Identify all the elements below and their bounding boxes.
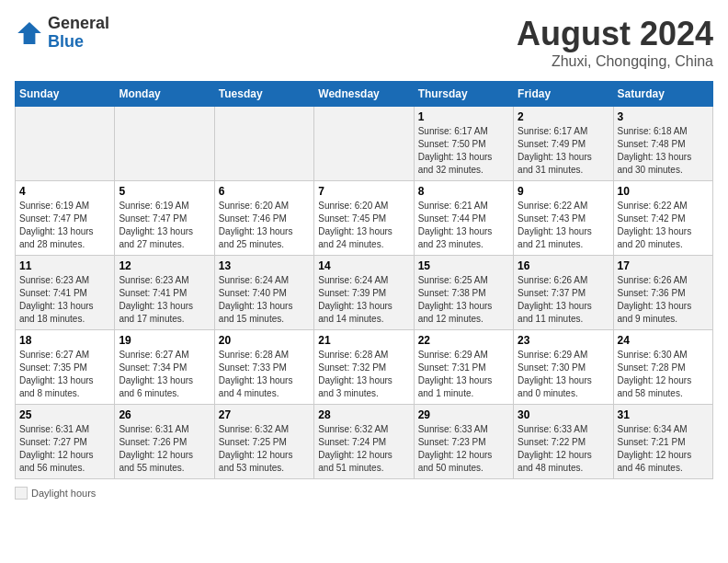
title-block: August 2024 Zhuxi, Chongqing, China — [517, 15, 713, 70]
day-number: 2 — [518, 110, 609, 123]
logo-blue: Blue — [48, 32, 84, 51]
day-number: 6 — [219, 185, 310, 198]
logo-text: General Blue — [48, 15, 109, 52]
daylight-label: Daylight hours — [31, 488, 96, 499]
day-number: 1 — [418, 110, 509, 123]
calendar-cell: 15Sunrise: 6:25 AM Sunset: 7:38 PM Dayli… — [414, 256, 513, 330]
day-number: 29 — [418, 408, 509, 421]
calendar-cell: 6Sunrise: 6:20 AM Sunset: 7:46 PM Daylig… — [214, 181, 313, 256]
day-info: Sunrise: 6:33 AM Sunset: 7:22 PM Dayligh… — [518, 423, 609, 475]
day-number: 9 — [518, 185, 609, 198]
day-info: Sunrise: 6:23 AM Sunset: 7:41 PM Dayligh… — [119, 274, 210, 326]
day-of-week-header: Saturday — [613, 82, 712, 107]
calendar-cell: 25Sunrise: 6:31 AM Sunset: 7:27 PM Dayli… — [16, 405, 115, 479]
day-info: Sunrise: 6:23 AM Sunset: 7:41 PM Dayligh… — [19, 274, 110, 326]
calendar-cell: 3Sunrise: 6:18 AM Sunset: 7:48 PM Daylig… — [613, 107, 712, 181]
day-number: 22 — [418, 334, 509, 347]
day-number: 23 — [518, 334, 609, 347]
calendar-cell: 10Sunrise: 6:22 AM Sunset: 7:42 PM Dayli… — [613, 181, 712, 256]
day-number: 27 — [219, 408, 310, 421]
calendar-cell: 28Sunrise: 6:32 AM Sunset: 7:24 PM Dayli… — [314, 405, 414, 479]
calendar-cell: 9Sunrise: 6:22 AM Sunset: 7:43 PM Daylig… — [514, 181, 613, 256]
day-of-week-header: Sunday — [16, 82, 115, 107]
calendar-cell: 11Sunrise: 6:23 AM Sunset: 7:41 PM Dayli… — [16, 256, 115, 330]
day-number: 11 — [19, 259, 110, 272]
calendar-cell: 12Sunrise: 6:23 AM Sunset: 7:41 PM Dayli… — [115, 256, 214, 330]
day-info: Sunrise: 6:24 AM Sunset: 7:40 PM Dayligh… — [219, 274, 310, 326]
calendar-table: SundayMondayTuesdayWednesdayThursdayFrid… — [15, 81, 713, 479]
calendar-week-row: 4Sunrise: 6:19 AM Sunset: 7:47 PM Daylig… — [16, 181, 713, 256]
day-info: Sunrise: 6:21 AM Sunset: 7:44 PM Dayligh… — [418, 200, 509, 251]
day-info: Sunrise: 6:32 AM Sunset: 7:25 PM Dayligh… — [219, 423, 310, 475]
day-info: Sunrise: 6:28 AM Sunset: 7:33 PM Dayligh… — [219, 349, 310, 400]
calendar-cell: 18Sunrise: 6:27 AM Sunset: 7:35 PM Dayli… — [16, 330, 115, 405]
day-info: Sunrise: 6:20 AM Sunset: 7:46 PM Dayligh… — [219, 200, 310, 251]
calendar-cell: 2Sunrise: 6:17 AM Sunset: 7:49 PM Daylig… — [514, 107, 613, 181]
day-info: Sunrise: 6:19 AM Sunset: 7:47 PM Dayligh… — [19, 200, 110, 251]
calendar-cell: 23Sunrise: 6:29 AM Sunset: 7:30 PM Dayli… — [514, 330, 613, 405]
calendar-week-row: 25Sunrise: 6:31 AM Sunset: 7:27 PM Dayli… — [16, 405, 713, 479]
daylight-box-icon — [15, 487, 28, 500]
day-info: Sunrise: 6:28 AM Sunset: 7:32 PM Dayligh… — [318, 349, 409, 400]
day-number: 7 — [318, 185, 409, 198]
logo-general: General — [48, 14, 109, 32]
day-info: Sunrise: 6:27 AM Sunset: 7:35 PM Dayligh… — [19, 349, 110, 400]
day-info: Sunrise: 6:24 AM Sunset: 7:39 PM Dayligh… — [318, 274, 409, 326]
day-of-week-header: Wednesday — [314, 82, 414, 107]
calendar-week-row: 1Sunrise: 6:17 AM Sunset: 7:50 PM Daylig… — [16, 107, 713, 181]
calendar-week-row: 18Sunrise: 6:27 AM Sunset: 7:35 PM Dayli… — [16, 330, 713, 405]
calendar-subtitle: Zhuxi, Chongqing, China — [517, 53, 713, 70]
calendar-cell: 5Sunrise: 6:19 AM Sunset: 7:47 PM Daylig… — [115, 181, 214, 256]
calendar-footer: Daylight hours — [15, 487, 713, 501]
day-number: 21 — [318, 334, 409, 347]
day-number: 10 — [618, 185, 709, 198]
day-number: 31 — [618, 408, 709, 421]
day-info: Sunrise: 6:17 AM Sunset: 7:49 PM Dayligh… — [518, 125, 609, 177]
calendar-cell: 4Sunrise: 6:19 AM Sunset: 7:47 PM Daylig… — [16, 181, 115, 256]
calendar-cell: 31Sunrise: 6:34 AM Sunset: 7:21 PM Dayli… — [613, 405, 712, 479]
day-of-week-header: Tuesday — [214, 82, 313, 107]
day-number: 26 — [119, 408, 210, 421]
calendar-cell: 1Sunrise: 6:17 AM Sunset: 7:50 PM Daylig… — [414, 107, 513, 181]
day-info: Sunrise: 6:22 AM Sunset: 7:43 PM Dayligh… — [518, 200, 609, 251]
day-info: Sunrise: 6:27 AM Sunset: 7:34 PM Dayligh… — [119, 349, 210, 400]
day-info: Sunrise: 6:32 AM Sunset: 7:24 PM Dayligh… — [318, 423, 409, 475]
day-number: 25 — [19, 408, 110, 421]
calendar-cell — [16, 107, 115, 181]
calendar-cell: 8Sunrise: 6:21 AM Sunset: 7:44 PM Daylig… — [414, 181, 513, 256]
day-number: 4 — [19, 185, 110, 198]
day-info: Sunrise: 6:31 AM Sunset: 7:26 PM Dayligh… — [119, 423, 210, 475]
calendar-title: August 2024 — [517, 15, 713, 53]
calendar-cell: 16Sunrise: 6:26 AM Sunset: 7:37 PM Dayli… — [514, 256, 613, 330]
calendar-cell — [115, 107, 214, 181]
day-of-week-header: Friday — [514, 82, 613, 107]
calendar-cell: 20Sunrise: 6:28 AM Sunset: 7:33 PM Dayli… — [214, 330, 313, 405]
calendar-cell: 30Sunrise: 6:33 AM Sunset: 7:22 PM Dayli… — [514, 405, 613, 479]
footer-daylight-item: Daylight hours — [15, 487, 96, 500]
day-info: Sunrise: 6:34 AM Sunset: 7:21 PM Dayligh… — [618, 423, 709, 475]
calendar-cell — [314, 107, 414, 181]
day-number: 18 — [19, 334, 110, 347]
day-of-week-header: Monday — [115, 82, 214, 107]
day-number: 13 — [219, 259, 310, 272]
calendar-header-row: SundayMondayTuesdayWednesdayThursdayFrid… — [16, 82, 713, 107]
calendar-cell: 21Sunrise: 6:28 AM Sunset: 7:32 PM Dayli… — [314, 330, 414, 405]
day-info: Sunrise: 6:22 AM Sunset: 7:42 PM Dayligh… — [618, 200, 709, 251]
calendar-cell — [214, 107, 313, 181]
day-number: 8 — [418, 185, 509, 198]
calendar-cell: 14Sunrise: 6:24 AM Sunset: 7:39 PM Dayli… — [314, 256, 414, 330]
day-info: Sunrise: 6:19 AM Sunset: 7:47 PM Dayligh… — [119, 200, 210, 251]
day-info: Sunrise: 6:30 AM Sunset: 7:28 PM Dayligh… — [618, 349, 709, 400]
day-number: 5 — [119, 185, 210, 198]
calendar-cell: 17Sunrise: 6:26 AM Sunset: 7:36 PM Dayli… — [613, 256, 712, 330]
day-info: Sunrise: 6:17 AM Sunset: 7:50 PM Dayligh… — [418, 125, 509, 177]
day-info: Sunrise: 6:26 AM Sunset: 7:37 PM Dayligh… — [518, 274, 609, 326]
calendar-cell: 13Sunrise: 6:24 AM Sunset: 7:40 PM Dayli… — [214, 256, 313, 330]
day-number: 20 — [219, 334, 310, 347]
day-info: Sunrise: 6:29 AM Sunset: 7:31 PM Dayligh… — [418, 349, 509, 400]
calendar-cell: 19Sunrise: 6:27 AM Sunset: 7:34 PM Dayli… — [115, 330, 214, 405]
day-number: 14 — [318, 259, 409, 272]
day-info: Sunrise: 6:29 AM Sunset: 7:30 PM Dayligh… — [518, 349, 609, 400]
day-of-week-header: Thursday — [414, 82, 513, 107]
day-number: 19 — [119, 334, 210, 347]
